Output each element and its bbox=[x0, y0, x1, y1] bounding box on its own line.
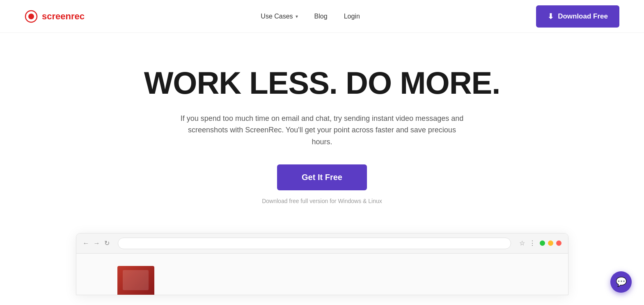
logo[interactable]: screenrec bbox=[25, 10, 85, 23]
logo-text: screenrec bbox=[42, 11, 85, 22]
browser-toolbar: ← → ↻ ☆ ⋮ bbox=[76, 233, 568, 254]
refresh-icon[interactable]: ↻ bbox=[104, 239, 110, 247]
header: screenrec Use Cases ▾ Blog Login ⬇ Downl… bbox=[0, 0, 644, 33]
traffic-light-yellow bbox=[548, 240, 553, 246]
chat-widget[interactable]: 💬 bbox=[610, 271, 632, 293]
hero-section: WORK LESS. DO MORE. If you spend too muc… bbox=[0, 33, 644, 221]
browser-traffic-lights bbox=[540, 240, 561, 246]
download-icon: ⬇ bbox=[548, 12, 554, 21]
browser-right-icons: ☆ ⋮ bbox=[519, 239, 536, 247]
logo-text-screenrec: screen bbox=[42, 11, 71, 21]
bottom-thumbnail bbox=[117, 266, 154, 295]
chat-icon: 💬 bbox=[616, 277, 627, 287]
browser-mockup: ← → ↻ ☆ ⋮ bbox=[76, 233, 568, 295]
browser-address-bar[interactable] bbox=[118, 238, 511, 249]
hero-cta-container: Get It Free bbox=[8, 164, 636, 196]
browser-nav-icons: ← → ↻ bbox=[83, 239, 110, 247]
hero-headline: WORK LESS. DO MORE. bbox=[8, 66, 636, 100]
logo-text-suffix: rec bbox=[71, 11, 85, 21]
nav-login[interactable]: Login bbox=[344, 13, 360, 20]
get-it-free-button[interactable]: Get It Free bbox=[277, 164, 367, 190]
traffic-light-green bbox=[540, 240, 545, 246]
browser-mockup-wrapper: ← → ↻ ☆ ⋮ bbox=[0, 221, 644, 295]
star-icon[interactable]: ☆ bbox=[519, 239, 525, 247]
download-free-button[interactable]: ⬇ Download Free bbox=[536, 5, 619, 28]
main-nav: Use Cases ▾ Blog Login bbox=[261, 13, 360, 20]
hero-note: Download free full version for Windows &… bbox=[8, 198, 636, 204]
thumbnail-inner bbox=[123, 270, 149, 290]
svg-point-1 bbox=[28, 14, 34, 19]
traffic-light-red bbox=[556, 240, 561, 246]
chevron-down-icon: ▾ bbox=[296, 14, 298, 19]
forward-icon[interactable]: → bbox=[94, 240, 100, 247]
back-icon[interactable]: ← bbox=[83, 240, 89, 247]
screenrec-logo-icon bbox=[25, 10, 38, 23]
hero-subtext: If you spend too much time on email and … bbox=[179, 113, 466, 148]
nav-blog[interactable]: Blog bbox=[314, 13, 328, 20]
browser-content bbox=[76, 254, 568, 295]
menu-icon[interactable]: ⋮ bbox=[529, 239, 536, 247]
nav-use-cases[interactable]: Use Cases ▾ bbox=[261, 13, 298, 20]
